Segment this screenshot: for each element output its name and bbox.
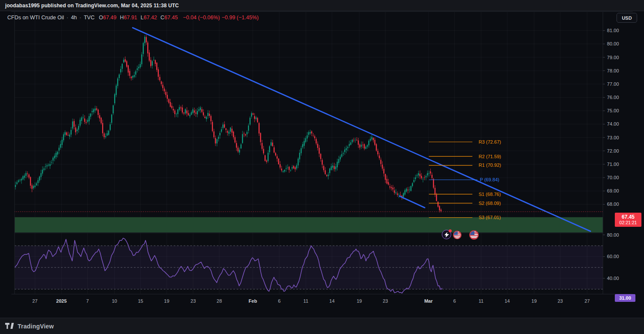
price-axis-label[interactable]: 79.00 xyxy=(607,55,619,60)
price-axis-label[interactable]: 77.00 xyxy=(607,81,619,87)
time-axis-label[interactable]: 14 xyxy=(329,298,334,304)
time-axis-label[interactable]: 27 xyxy=(32,298,37,304)
price-axis-label[interactable]: 76.00 xyxy=(607,95,619,100)
lightning-bolt-icon xyxy=(444,232,449,238)
time-axis-label[interactable]: 15 xyxy=(138,298,143,304)
price-change: −0.99 (−1.45%) xyxy=(222,15,258,21)
price-axis-label[interactable]: 72.00 xyxy=(607,148,619,153)
ohlc-c: C67.45 xyxy=(161,15,178,21)
pivot-label-r3: R3 (72.67) xyxy=(479,139,501,144)
footer-bar: TradingView xyxy=(0,318,644,334)
symbol-interval[interactable]: 4h xyxy=(71,15,77,21)
time-axis-label[interactable]: 11 xyxy=(479,298,484,304)
ohlc-h: H67.91 xyxy=(120,15,137,21)
currency-toggle-button[interactable]: USD xyxy=(617,13,637,23)
tradingview-snapshot: joodabas1995 published on TradingView.co… xyxy=(0,0,644,334)
rsi-axis-label[interactable]: 60.00 xyxy=(607,254,619,259)
time-axis-label[interactable]: 2025 xyxy=(56,298,67,304)
time-axis-label[interactable]: 27 xyxy=(584,298,589,304)
us-flag-event-icon[interactable] xyxy=(453,231,462,239)
price-axis-label[interactable]: 81.00 xyxy=(607,28,619,33)
candle-bodies-up xyxy=(15,37,430,197)
pivot-label-r1: R1 (70.92) xyxy=(479,162,501,168)
price-axis-label[interactable]: 73.00 xyxy=(607,135,619,140)
attribution-text: joodabas1995 published on TradingView.co… xyxy=(5,3,179,9)
symbol-info-bar[interactable]: CFDs on WTI Crude Oil · 4h · TVC O67.49H… xyxy=(7,15,258,21)
chart-canvas[interactable]: R3 (72.67)R2 (71.59)R1 (70.92)P (69.84)S… xyxy=(0,11,644,318)
flag-canton xyxy=(454,232,458,235)
ohlc-values: O67.49H67.91L67.42C67.45−0.04 (−0.06%)−0… xyxy=(99,15,258,21)
ohlc-l: L67.42 xyxy=(141,15,157,21)
support-zone[interactable] xyxy=(15,217,603,233)
rsi-axis-label[interactable]: 40.00 xyxy=(607,276,619,281)
price-axis-label[interactable]: 71.00 xyxy=(607,162,619,167)
time-axis-label[interactable]: Feb xyxy=(249,298,257,304)
bar-countdown: 02:21:21 xyxy=(620,220,637,225)
time-axis-label[interactable]: Mar xyxy=(424,298,433,304)
time-axis-label[interactable]: 19 xyxy=(532,298,537,304)
pivot-label-r2: R2 (71.59) xyxy=(479,154,501,159)
time-axis-label[interactable]: 11 xyxy=(304,298,308,304)
separator-dot: · xyxy=(67,15,68,21)
descending-trendline[interactable] xyxy=(133,28,590,232)
time-axis-label[interactable]: 23 xyxy=(191,298,196,304)
pivot-label-s1: S1 (68.76) xyxy=(479,192,501,197)
event-alert-dot xyxy=(449,229,452,232)
rsi-value-label: 31.00 xyxy=(615,294,635,302)
last-price-label: 67.45 02:21:21 xyxy=(615,213,641,227)
time-axis-label[interactable]: 6 xyxy=(453,298,456,304)
ohlc-o: O67.49 xyxy=(99,15,116,21)
price-axis-label[interactable]: 69.00 xyxy=(607,188,619,193)
symbol-exchange: TVC xyxy=(84,15,94,21)
tradingview-logo-icon xyxy=(5,323,15,329)
tradingview-logo-text: TradingView xyxy=(18,323,54,330)
time-axis-label[interactable]: 19 xyxy=(357,298,362,304)
price-axis-label[interactable]: 80.00 xyxy=(607,41,619,46)
pivot-label-s3: S3 (67.01) xyxy=(479,215,501,220)
time-axis-label[interactable]: 14 xyxy=(504,298,510,304)
candle-wicks-down xyxy=(27,35,441,213)
pivot-label-p: P (69.84) xyxy=(480,177,499,182)
short-support-trendline[interactable] xyxy=(399,196,425,208)
price-axis-label[interactable]: 68.00 xyxy=(607,202,619,207)
attribution-bar: joodabas1995 published on TradingView.co… xyxy=(0,0,644,11)
time-axis-label[interactable]: 28 xyxy=(217,298,222,304)
time-axis-label[interactable]: 10 xyxy=(112,298,117,304)
price-axis-label[interactable]: 70.00 xyxy=(607,175,619,180)
economic-event-lightning-icon[interactable] xyxy=(442,230,451,239)
us-flag-event-icon[interactable] xyxy=(469,230,479,240)
time-axis-label[interactable]: 23 xyxy=(558,298,563,304)
price-axis-label[interactable]: 78.00 xyxy=(607,68,619,73)
flag-canton xyxy=(470,231,474,235)
separator-dot: · xyxy=(79,15,81,21)
price-axis-label[interactable]: 74.00 xyxy=(607,121,619,126)
rsi-axis-label[interactable]: 80.00 xyxy=(607,232,619,238)
pivot-label-s2: S2 (68.09) xyxy=(479,201,501,206)
time-axis-label[interactable]: 7 xyxy=(86,298,89,304)
time-axis-label[interactable]: 6 xyxy=(278,298,281,304)
tradingview-logo-link[interactable]: TradingView xyxy=(5,323,54,330)
last-price-value: 67.45 xyxy=(622,214,635,220)
time-axis-label[interactable]: 23 xyxy=(383,298,388,304)
symbol-title[interactable]: CFDs on WTI Crude Oil xyxy=(7,15,64,21)
price-axis-label[interactable]: 75.00 xyxy=(607,108,619,113)
price-change: −0.04 (−0.06%) xyxy=(183,15,220,21)
candle-wicks-up xyxy=(15,35,429,199)
time-axis-label[interactable]: 19 xyxy=(164,298,169,304)
